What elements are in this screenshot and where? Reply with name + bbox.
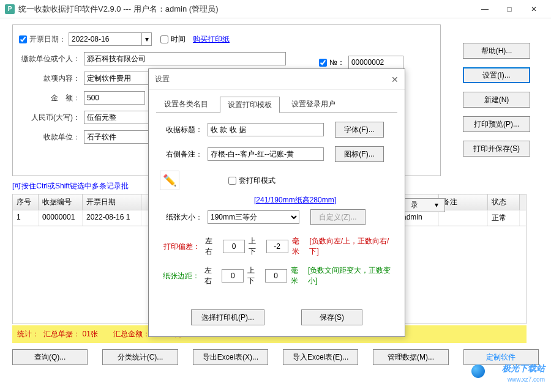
pencil-icon[interactable]: ✏️ — [160, 171, 179, 190]
custom-size-button[interactable]: 自定义(Z)... — [310, 209, 365, 225]
receipt-title-label: 收据标题： — [160, 125, 203, 135]
th-seq[interactable]: 序号 — [13, 194, 39, 210]
offset-hint: [负数向左/上，正数向右/下] — [309, 236, 394, 257]
date-label: 开票日期： — [29, 34, 66, 45]
date-checkbox[interactable] — [19, 35, 27, 43]
th-code[interactable]: 收据编号 — [39, 194, 83, 210]
print-preview-button[interactable]: 打印预览(P)... — [463, 116, 530, 132]
time-label: 时间 — [171, 34, 186, 45]
record-box[interactable]: 录 ▾ — [404, 198, 445, 212]
tab-print-template[interactable]: 设置打印模板 — [220, 97, 280, 113]
side-remark-input[interactable] — [208, 147, 324, 161]
stats-button[interactable]: 分类统计(C)... — [102, 349, 178, 365]
paper-size-label: 纸张大小： — [160, 212, 203, 223]
receipt-title-input[interactable] — [208, 123, 324, 136]
app-icon: P — [5, 4, 15, 14]
chevron-down-icon: ▾ — [435, 201, 438, 209]
import-excel-button[interactable]: 导入Excel表(E)... — [283, 349, 358, 365]
help-button[interactable]: 帮助(H)... — [463, 43, 530, 59]
payer-label: 缴款单位或个人： — [19, 54, 80, 64]
minimize-button[interactable]: — — [473, 1, 497, 18]
buy-paper-link[interactable]: 购买打印纸 — [193, 34, 230, 45]
close-button[interactable]: ✕ — [522, 1, 546, 18]
th-remark[interactable]: 备注 — [439, 194, 488, 210]
font-button[interactable]: 字体(F)... — [335, 122, 384, 138]
rmb-label: 人民币(大写)： — [19, 113, 80, 123]
th-status[interactable]: 状态 — [488, 194, 520, 210]
margin-tb-input[interactable] — [265, 269, 287, 283]
print-save-button[interactable]: 打印并保存(S) — [463, 141, 530, 157]
margin-lr-input[interactable] — [222, 269, 244, 283]
settings-button[interactable]: 设置(I)... — [463, 67, 530, 83]
icon-button[interactable]: 图标(F)... — [335, 146, 384, 162]
maximize-button[interactable]: □ — [497, 1, 522, 18]
item-label: 款项内容： — [19, 73, 80, 84]
no-checkbox[interactable] — [319, 59, 327, 67]
date-dropdown-icon[interactable]: ▾ — [142, 32, 152, 46]
overlay-checkbox[interactable] — [228, 177, 236, 185]
window-title: 统一收款收据打印软件V2.9.0 --- 用户名：admin (管理员) — [18, 4, 473, 15]
margin-hint: [负数文间距变大，正数变小] — [308, 265, 394, 286]
paper-size-select[interactable]: 190mm三等分 — [208, 210, 299, 224]
watermark-text: 极光下载站 — [502, 363, 545, 374]
time-checkbox[interactable] — [160, 35, 168, 43]
dialog-title: 设置 — [155, 74, 170, 84]
th-date[interactable]: 开票日期 — [83, 194, 141, 210]
manage-data-button[interactable]: 管理数据(M)... — [373, 349, 448, 365]
margin-label: 纸张边距： — [160, 271, 200, 281]
overlay-label: 套打印模式 — [239, 176, 276, 186]
query-button[interactable]: 查询(Q)... — [12, 349, 88, 365]
offset-tb-input[interactable] — [266, 240, 288, 253]
tab-categories[interactable]: 设置各类名目 — [156, 96, 216, 113]
titlebar: P 统一收款收据打印软件V2.9.0 --- 用户名：admin (管理员) —… — [0, 0, 551, 18]
amount-input[interactable] — [84, 91, 145, 105]
watermark-ball-icon — [471, 364, 485, 378]
export-excel-button[interactable]: 导出Excel表(X)... — [193, 349, 268, 365]
new-button[interactable]: 新建(N) — [463, 92, 530, 108]
receiver-label: 收款单位： — [19, 132, 80, 142]
date-input[interactable] — [69, 32, 142, 46]
offset-lr-input[interactable] — [223, 240, 245, 253]
amount-label: 金 额： — [19, 93, 80, 103]
paper-info-link[interactable]: [241/190mm纸高280mm] — [197, 195, 394, 205]
offset-label: 打印偏差： — [160, 242, 200, 252]
watermark-url: www.xz7.com — [508, 376, 545, 383]
dialog-close-button[interactable]: ✕ — [391, 75, 399, 84]
save-settings-button[interactable]: 保存(S) — [301, 309, 362, 325]
no-input[interactable] — [348, 56, 403, 69]
tab-login-user[interactable]: 设置登录用户 — [283, 96, 343, 113]
payer-input[interactable] — [84, 52, 286, 65]
no-label: №： — [329, 57, 345, 68]
select-printer-button[interactable]: 选择打印机(P)... — [191, 309, 264, 325]
settings-dialog: 设置 ✕ 设置各类名目 设置打印模板 设置登录用户 收据标题： 字体(F)...… — [148, 68, 405, 337]
side-remark-label: 右侧备注： — [160, 149, 203, 160]
